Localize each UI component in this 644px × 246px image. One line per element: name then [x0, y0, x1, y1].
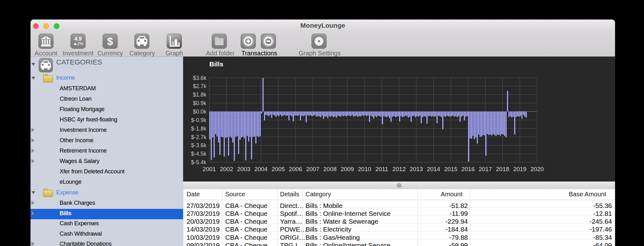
svg-text:2001: 2001 — [203, 166, 216, 172]
svg-text:Bills: Bills — [210, 60, 223, 68]
svg-text:$3.6k: $3.6k — [193, 75, 206, 81]
svg-text:$0.0k: $0.0k — [193, 109, 206, 115]
svg-text:$-0.9k: $-0.9k — [191, 117, 206, 123]
svg-text:2009: 2009 — [341, 166, 354, 172]
svg-text:2014: 2014 — [427, 166, 440, 172]
svg-text:$2.7k: $2.7k — [193, 83, 206, 89]
svg-text:$-2.7k: $-2.7k — [191, 134, 206, 140]
svg-text:$0.9k: $0.9k — [193, 100, 206, 106]
svg-text:2008: 2008 — [323, 166, 337, 172]
svg-text:2006: 2006 — [289, 166, 302, 172]
svg-text:2005: 2005 — [272, 166, 285, 172]
svg-text:$-1.8k: $-1.8k — [191, 126, 206, 132]
svg-text:2020: 2020 — [530, 166, 544, 172]
svg-text:$-5.4k: $-5.4k — [191, 159, 206, 165]
svg-text:$-4.5k: $-4.5k — [191, 151, 206, 157]
svg-text:$1.8k: $1.8k — [193, 92, 206, 98]
svg-text:2016: 2016 — [462, 166, 475, 172]
svg-text:2010: 2010 — [358, 166, 371, 172]
svg-text:2003: 2003 — [237, 166, 250, 172]
svg-text:2007: 2007 — [306, 166, 319, 172]
svg-text:2015: 2015 — [444, 166, 457, 172]
svg-text:$: $ — [107, 36, 113, 47]
svg-text:2018: 2018 — [496, 166, 509, 172]
svg-text:2017: 2017 — [479, 166, 492, 172]
svg-text:2011: 2011 — [375, 166, 388, 172]
svg-text:2002: 2002 — [220, 166, 233, 172]
svg-text:2013: 2013 — [410, 166, 423, 172]
svg-text:2019: 2019 — [513, 166, 526, 172]
svg-text:$-3.6k: $-3.6k — [191, 142, 206, 148]
svg-text:2004: 2004 — [254, 166, 268, 172]
svg-text:2%: 2% — [77, 41, 83, 46]
svg-text:2012: 2012 — [392, 166, 406, 172]
